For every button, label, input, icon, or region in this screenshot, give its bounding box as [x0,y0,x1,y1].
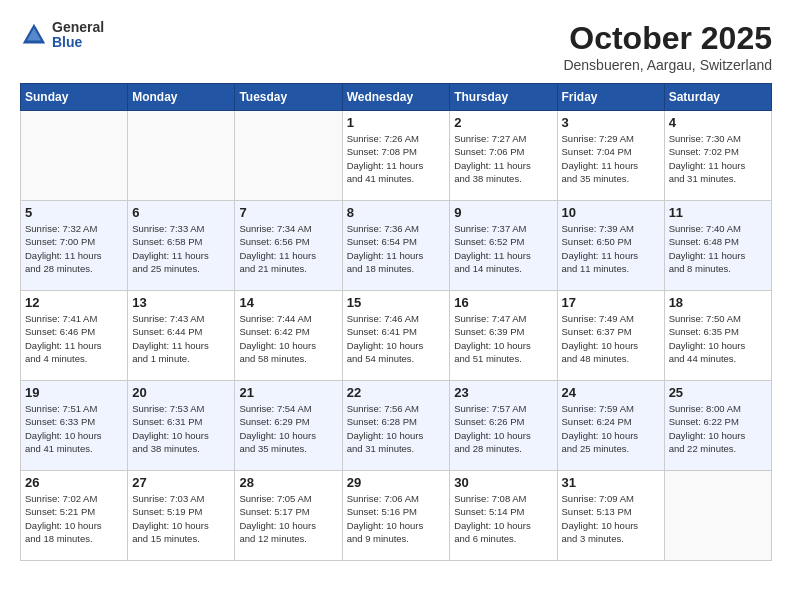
calendar-cell: 16Sunrise: 7:47 AM Sunset: 6:39 PM Dayli… [450,291,557,381]
day-info: Sunrise: 7:44 AM Sunset: 6:42 PM Dayligh… [239,312,337,365]
calendar-cell: 28Sunrise: 7:05 AM Sunset: 5:17 PM Dayli… [235,471,342,561]
day-info: Sunrise: 7:05 AM Sunset: 5:17 PM Dayligh… [239,492,337,545]
day-number: 27 [132,475,230,490]
day-number: 9 [454,205,552,220]
day-info: Sunrise: 7:30 AM Sunset: 7:02 PM Dayligh… [669,132,767,185]
day-number: 8 [347,205,446,220]
day-info: Sunrise: 7:57 AM Sunset: 6:26 PM Dayligh… [454,402,552,455]
calendar-cell: 13Sunrise: 7:43 AM Sunset: 6:44 PM Dayli… [128,291,235,381]
logo-icon [20,21,48,49]
calendar-cell: 31Sunrise: 7:09 AM Sunset: 5:13 PM Dayli… [557,471,664,561]
day-number: 15 [347,295,446,310]
calendar-cell: 9Sunrise: 7:37 AM Sunset: 6:52 PM Daylig… [450,201,557,291]
calendar-cell: 15Sunrise: 7:46 AM Sunset: 6:41 PM Dayli… [342,291,450,381]
day-info: Sunrise: 7:59 AM Sunset: 6:24 PM Dayligh… [562,402,660,455]
day-info: Sunrise: 7:03 AM Sunset: 5:19 PM Dayligh… [132,492,230,545]
day-number: 2 [454,115,552,130]
calendar-cell [664,471,771,561]
day-number: 12 [25,295,123,310]
day-header-monday: Monday [128,84,235,111]
calendar-cell: 26Sunrise: 7:02 AM Sunset: 5:21 PM Dayli… [21,471,128,561]
day-number: 28 [239,475,337,490]
day-info: Sunrise: 7:34 AM Sunset: 6:56 PM Dayligh… [239,222,337,275]
calendar-cell: 6Sunrise: 7:33 AM Sunset: 6:58 PM Daylig… [128,201,235,291]
calendar-cell: 3Sunrise: 7:29 AM Sunset: 7:04 PM Daylig… [557,111,664,201]
day-info: Sunrise: 7:51 AM Sunset: 6:33 PM Dayligh… [25,402,123,455]
day-number: 18 [669,295,767,310]
day-number: 6 [132,205,230,220]
calendar-cell: 7Sunrise: 7:34 AM Sunset: 6:56 PM Daylig… [235,201,342,291]
day-number: 23 [454,385,552,400]
calendar-cell: 19Sunrise: 7:51 AM Sunset: 6:33 PM Dayli… [21,381,128,471]
calendar-cell: 21Sunrise: 7:54 AM Sunset: 6:29 PM Dayli… [235,381,342,471]
calendar-week-row: 26Sunrise: 7:02 AM Sunset: 5:21 PM Dayli… [21,471,772,561]
day-info: Sunrise: 7:47 AM Sunset: 6:39 PM Dayligh… [454,312,552,365]
calendar-cell [128,111,235,201]
day-info: Sunrise: 7:46 AM Sunset: 6:41 PM Dayligh… [347,312,446,365]
calendar-cell: 2Sunrise: 7:27 AM Sunset: 7:06 PM Daylig… [450,111,557,201]
day-info: Sunrise: 7:37 AM Sunset: 6:52 PM Dayligh… [454,222,552,275]
calendar-cell: 30Sunrise: 7:08 AM Sunset: 5:14 PM Dayli… [450,471,557,561]
day-number: 10 [562,205,660,220]
calendar-cell: 8Sunrise: 7:36 AM Sunset: 6:54 PM Daylig… [342,201,450,291]
day-header-wednesday: Wednesday [342,84,450,111]
day-header-friday: Friday [557,84,664,111]
calendar-cell: 12Sunrise: 7:41 AM Sunset: 6:46 PM Dayli… [21,291,128,381]
logo-blue-text: Blue [52,35,104,50]
calendar-cell: 20Sunrise: 7:53 AM Sunset: 6:31 PM Dayli… [128,381,235,471]
day-header-sunday: Sunday [21,84,128,111]
day-info: Sunrise: 7:29 AM Sunset: 7:04 PM Dayligh… [562,132,660,185]
calendar-cell: 27Sunrise: 7:03 AM Sunset: 5:19 PM Dayli… [128,471,235,561]
calendar-week-row: 19Sunrise: 7:51 AM Sunset: 6:33 PM Dayli… [21,381,772,471]
calendar-cell: 4Sunrise: 7:30 AM Sunset: 7:02 PM Daylig… [664,111,771,201]
day-info: Sunrise: 7:27 AM Sunset: 7:06 PM Dayligh… [454,132,552,185]
day-info: Sunrise: 7:32 AM Sunset: 7:00 PM Dayligh… [25,222,123,275]
day-info: Sunrise: 7:53 AM Sunset: 6:31 PM Dayligh… [132,402,230,455]
day-number: 16 [454,295,552,310]
day-number: 4 [669,115,767,130]
day-info: Sunrise: 7:43 AM Sunset: 6:44 PM Dayligh… [132,312,230,365]
day-number: 11 [669,205,767,220]
calendar-week-row: 1Sunrise: 7:26 AM Sunset: 7:08 PM Daylig… [21,111,772,201]
day-number: 3 [562,115,660,130]
month-title: October 2025 [563,20,772,57]
day-number: 14 [239,295,337,310]
calendar-cell: 11Sunrise: 7:40 AM Sunset: 6:48 PM Dayli… [664,201,771,291]
day-info: Sunrise: 7:56 AM Sunset: 6:28 PM Dayligh… [347,402,446,455]
logo-general-text: General [52,20,104,35]
day-number: 24 [562,385,660,400]
calendar-cell: 23Sunrise: 7:57 AM Sunset: 6:26 PM Dayli… [450,381,557,471]
day-info: Sunrise: 7:41 AM Sunset: 6:46 PM Dayligh… [25,312,123,365]
calendar-table: SundayMondayTuesdayWednesdayThursdayFrid… [20,83,772,561]
day-header-thursday: Thursday [450,84,557,111]
day-number: 22 [347,385,446,400]
day-info: Sunrise: 7:02 AM Sunset: 5:21 PM Dayligh… [25,492,123,545]
calendar-cell: 25Sunrise: 8:00 AM Sunset: 6:22 PM Dayli… [664,381,771,471]
day-info: Sunrise: 7:08 AM Sunset: 5:14 PM Dayligh… [454,492,552,545]
day-info: Sunrise: 7:26 AM Sunset: 7:08 PM Dayligh… [347,132,446,185]
day-info: Sunrise: 7:09 AM Sunset: 5:13 PM Dayligh… [562,492,660,545]
day-number: 21 [239,385,337,400]
location-text: Densbueren, Aargau, Switzerland [563,57,772,73]
day-number: 5 [25,205,123,220]
day-header-tuesday: Tuesday [235,84,342,111]
calendar-cell [21,111,128,201]
day-number: 29 [347,475,446,490]
logo: General Blue [20,20,104,51]
calendar-cell: 22Sunrise: 7:56 AM Sunset: 6:28 PM Dayli… [342,381,450,471]
day-info: Sunrise: 7:06 AM Sunset: 5:16 PM Dayligh… [347,492,446,545]
day-number: 1 [347,115,446,130]
day-number: 25 [669,385,767,400]
day-info: Sunrise: 7:36 AM Sunset: 6:54 PM Dayligh… [347,222,446,275]
day-number: 30 [454,475,552,490]
day-header-saturday: Saturday [664,84,771,111]
day-info: Sunrise: 8:00 AM Sunset: 6:22 PM Dayligh… [669,402,767,455]
day-number: 20 [132,385,230,400]
day-info: Sunrise: 7:33 AM Sunset: 6:58 PM Dayligh… [132,222,230,275]
day-info: Sunrise: 7:49 AM Sunset: 6:37 PM Dayligh… [562,312,660,365]
page-header: General Blue October 2025 Densbueren, Aa… [20,20,772,73]
day-info: Sunrise: 7:50 AM Sunset: 6:35 PM Dayligh… [669,312,767,365]
calendar-cell: 29Sunrise: 7:06 AM Sunset: 5:16 PM Dayli… [342,471,450,561]
calendar-cell: 18Sunrise: 7:50 AM Sunset: 6:35 PM Dayli… [664,291,771,381]
calendar-week-row: 5Sunrise: 7:32 AM Sunset: 7:00 PM Daylig… [21,201,772,291]
